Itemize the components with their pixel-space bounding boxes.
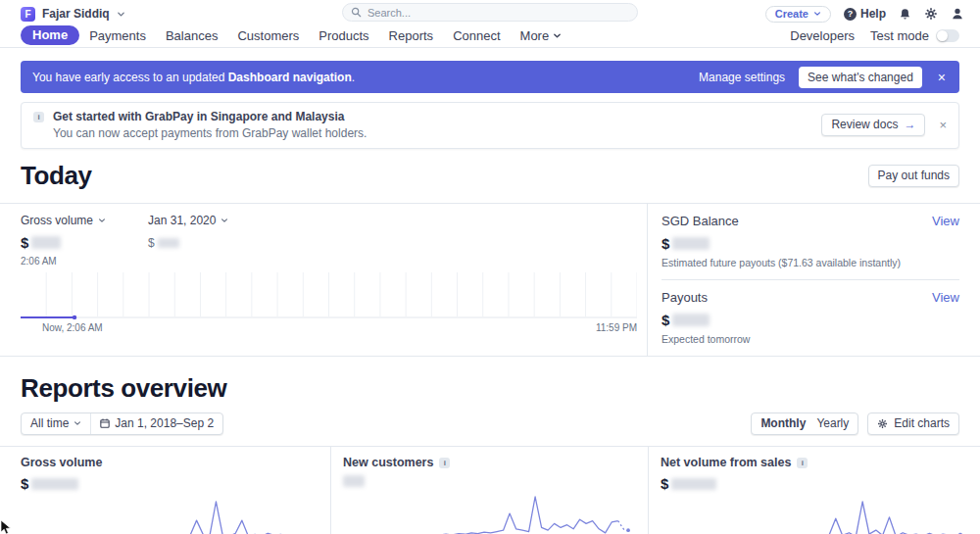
account-switcher[interactable]: Fajar Siddiq: [42, 7, 110, 21]
payouts-note: Expected tomorrow: [662, 333, 959, 345]
new-customers-sparkline: [343, 492, 630, 534]
payouts-view-link[interactable]: View: [932, 290, 959, 305]
notice-title: Get started with GrabPay in Singapore an…: [53, 110, 367, 123]
notice-text: Get started with GrabPay in Singapore an…: [53, 110, 367, 140]
chevron-down-icon[interactable]: [117, 10, 125, 19]
payouts-value: $: [662, 312, 959, 328]
nav-tab-balances[interactable]: Balances: [156, 26, 227, 45]
today-axis-start: Now, 2:06 AM: [21, 322, 103, 333]
nav-tab-more-label: More: [520, 28, 550, 43]
today-gross-volume-panel: Gross volume $ 2:06 AM Jan 31, 2020: [0, 204, 648, 356]
chart-title: Gross volume: [21, 456, 102, 469]
help-button[interactable]: ? Help: [844, 7, 886, 21]
pay-out-funds-button[interactable]: Pay out funds: [868, 165, 959, 187]
today-section: Today Pay out funds Gross volume $ 2:06 …: [0, 149, 980, 357]
create-button-label: Create: [775, 8, 808, 20]
search-bar[interactable]: [342, 3, 638, 22]
notice-body: You can now accept payments from GrabPay…: [53, 126, 367, 140]
chart-value: $: [21, 475, 313, 492]
gross-volume-dropdown-label: Gross volume: [21, 214, 93, 227]
compare-date-label: Jan 31, 2020: [148, 214, 216, 227]
redacted-value: [343, 475, 365, 487]
gross-volume-dropdown[interactable]: Gross volume: [21, 214, 106, 227]
gross-volume-chart-cell: Gross volume $ Jan 2018 Sep 2021: [0, 447, 330, 534]
all-time-dropdown[interactable]: All time: [22, 413, 90, 434]
see-whats-changed-button[interactable]: See what's changed: [799, 67, 922, 88]
currency-symbol: $: [662, 235, 669, 252]
review-docs-button[interactable]: Review docs →: [821, 114, 925, 136]
currency-symbol: $: [21, 475, 28, 492]
banner-message-prefix: You have early access to an updated: [32, 71, 228, 84]
nav-tab-connect[interactable]: Connect: [443, 26, 510, 45]
payouts-block: Payouts View $ Expected tomorrow: [662, 290, 959, 356]
net-volume-sparkline: [661, 497, 962, 534]
gear-icon: [877, 418, 888, 429]
chart-value: [343, 475, 630, 487]
notifications-bell-icon[interactable]: [899, 8, 911, 21]
banner-message-suffix: .: [352, 71, 355, 84]
chevron-down-icon: [98, 217, 106, 224]
banner-message-bold: Dashboard navigation: [228, 71, 352, 84]
reports-charts-row-1: Gross volume $ Jan 2018 Sep 2021 New cus…: [0, 446, 980, 534]
chevron-down-icon: [220, 217, 228, 224]
date-filter-group: All time Jan 1, 2018–Sep 2: [21, 413, 223, 435]
gross-volume-time-note: 2:06 AM: [21, 256, 106, 267]
currency-symbol: $: [148, 236, 155, 250]
sgd-balance-block: SGD Balance View $ Estimated future payo…: [662, 214, 959, 280]
monthly-toggle[interactable]: Monthly: [752, 413, 814, 434]
manage-settings-link[interactable]: Manage settings: [699, 71, 785, 84]
grabpay-notice-card: i Get started with GrabPay in Singapore …: [21, 102, 959, 149]
search-icon: [351, 7, 362, 18]
chevron-down-icon: [553, 31, 562, 40]
reports-overview-title: Reports overview: [21, 373, 959, 404]
sgd-balance-note: Estimated future payouts ($71.63 availab…: [662, 257, 959, 268]
profile-avatar-icon[interactable]: [951, 7, 964, 21]
compare-date-metric: Jan 31, 2020 $: [148, 214, 228, 267]
nav-tab-products[interactable]: Products: [309, 26, 378, 45]
top-bar-actions: Create ? Help: [765, 6, 964, 23]
nav-tab-more[interactable]: More: [511, 26, 572, 45]
currency-symbol: $: [662, 312, 669, 328]
test-mode-toggle[interactable]: [936, 29, 959, 42]
redacted-value: [672, 237, 710, 250]
toggle-knob: [937, 30, 948, 41]
info-icon[interactable]: i: [797, 458, 808, 468]
chevron-down-icon: [813, 10, 821, 18]
edit-charts-button[interactable]: Edit charts: [867, 413, 959, 435]
top-bar: F Fajar Siddiq Create ? Help: [0, 0, 980, 25]
developers-link[interactable]: Developers: [790, 28, 855, 43]
compare-date-value: $: [148, 236, 228, 250]
nav-tab-customers[interactable]: Customers: [227, 26, 309, 45]
gross-volume-metric: Gross volume $ 2:06 AM: [21, 214, 106, 267]
redacted-value: [158, 238, 179, 248]
nav-tab-reports[interactable]: Reports: [379, 26, 444, 45]
sgd-balance-view-link[interactable]: View: [932, 214, 959, 228]
reports-overview-section: Reports overview All time Jan 1, 2018–Se…: [0, 357, 980, 534]
info-icon[interactable]: i: [439, 458, 450, 468]
redacted-value: [31, 478, 78, 490]
yearly-toggle[interactable]: Yearly: [814, 413, 858, 434]
chart-title: New customers: [343, 456, 433, 469]
main-nav: Home Payments Balances Customers Product…: [0, 25, 980, 48]
question-icon: ?: [844, 8, 857, 21]
test-mode-label: Test mode: [870, 28, 929, 43]
notice-close-icon[interactable]: ×: [939, 118, 947, 132]
chart-value: $: [661, 475, 962, 492]
payouts-title: Payouts: [662, 290, 708, 305]
date-range-button[interactable]: Jan 1, 2018–Sep 2: [90, 413, 222, 434]
nav-tab-home[interactable]: Home: [21, 25, 79, 45]
new-customers-chart-cell: New customers i Jan 2018 Sep 2021: [330, 447, 648, 534]
settings-gear-icon[interactable]: [924, 7, 938, 21]
mouse-cursor: [0, 520, 12, 534]
info-icon: i: [33, 112, 44, 122]
interval-toggle-group: Monthly Yearly: [751, 413, 858, 435]
search-input[interactable]: [368, 7, 629, 19]
sgd-balance-title: SGD Balance: [662, 214, 739, 228]
chart-title: Net volume from sales: [661, 456, 791, 469]
net-volume-chart-cell: Net volume from sales i $ Jan 2018 Sep 2…: [648, 447, 980, 534]
banner-close-icon[interactable]: ×: [936, 71, 948, 84]
nav-tab-payments[interactable]: Payments: [79, 26, 156, 45]
all-time-label: All time: [30, 416, 69, 430]
create-button[interactable]: Create: [765, 6, 831, 23]
compare-date-dropdown[interactable]: Jan 31, 2020: [148, 214, 228, 227]
